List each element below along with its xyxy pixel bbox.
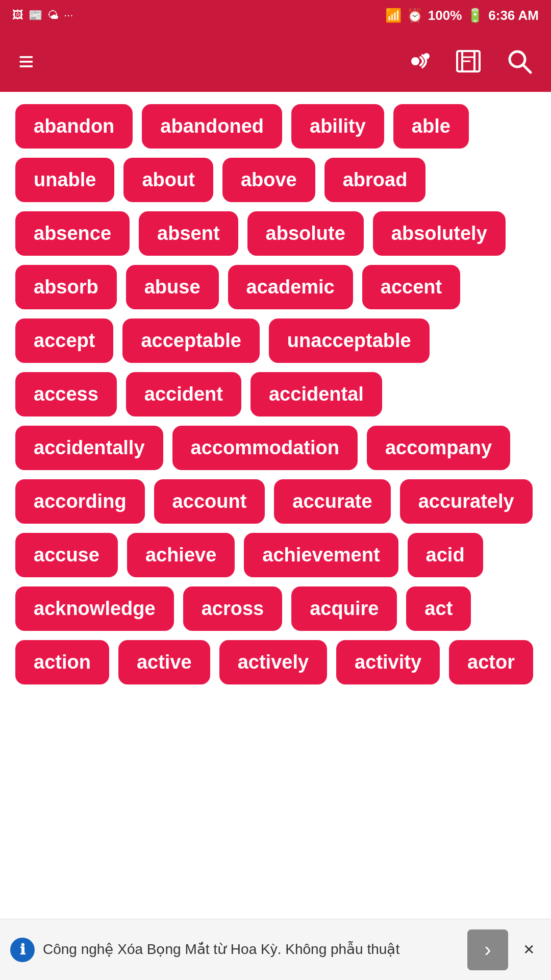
word-chip[interactable]: action [15,640,109,684]
word-chip[interactable]: according [15,479,145,524]
word-chip[interactable]: absolutely [373,211,506,256]
word-chip[interactable]: absolute [247,211,364,256]
word-grid: abandonabandonedabilityableunableaboutab… [0,92,551,695]
status-bar: 🖼 📰 🌤 ··· 📶 ⏰ 100% 🔋 6:36 AM [0,0,551,31]
weather-icon: 🌤 [47,9,59,22]
ad-banner: ℹ Công nghệ Xóa Bọng Mắt từ Hoa Kỳ. Khôn… [0,919,551,980]
word-chip[interactable]: accommodation [172,426,358,470]
image-icon: 🖼 [12,9,23,22]
svg-point-0 [411,57,419,65]
ad-arrow-button[interactable]: › [467,929,508,970]
word-chip[interactable]: achievement [244,533,398,577]
word-chip[interactable]: accuse [15,533,118,577]
word-chip[interactable]: about [123,158,213,202]
word-chip[interactable]: ability [291,104,384,149]
alarm-icon: ⏰ [407,8,423,23]
word-chip[interactable]: abandoned [142,104,282,149]
word-chip[interactable]: accidental [251,372,382,416]
word-chip[interactable]: acknowledge [15,586,174,631]
ad-text: Công nghệ Xóa Bọng Mắt từ Hoa Kỳ. Không … [43,940,459,959]
word-chip[interactable]: acceptable [122,318,259,363]
word-chip[interactable]: across [183,586,283,631]
word-chip[interactable]: active [118,640,210,684]
word-chip[interactable]: activity [336,640,440,684]
word-chip[interactable]: acquire [291,586,397,631]
ad-close-icon[interactable]: ✕ [516,938,541,962]
word-chip[interactable]: accurate [274,479,390,524]
word-chip[interactable]: actively [219,640,327,684]
speaker-icon[interactable] [404,48,431,75]
word-chip[interactable]: actor [449,640,533,684]
word-chip[interactable]: act [406,586,471,631]
word-chip[interactable]: account [154,479,265,524]
word-chip[interactable]: academic [228,265,353,309]
svg-point-1 [423,53,430,59]
status-right-info: 📶 ⏰ 100% 🔋 6:36 AM [385,8,539,23]
word-chip[interactable]: absorb [15,265,117,309]
word-chip[interactable]: acid [408,533,483,577]
more-icon: ··· [64,9,73,22]
word-chip[interactable]: accept [15,318,113,363]
word-chip[interactable]: accompany [367,426,510,470]
wifi-icon: 📶 [385,8,402,23]
word-chip[interactable]: abandon [15,104,133,149]
word-chip[interactable]: access [15,372,117,416]
word-chip[interactable]: accidentally [15,426,163,470]
word-chip[interactable]: accent [362,265,460,309]
search-icon[interactable] [506,48,533,75]
word-chip[interactable]: above [222,158,315,202]
word-chip[interactable]: accident [126,372,241,416]
word-chip[interactable]: absence [15,211,130,256]
word-chip[interactable]: achieve [127,533,235,577]
word-chip[interactable]: abroad [324,158,426,202]
word-chip[interactable]: unable [15,158,114,202]
word-chip[interactable]: absent [139,211,238,256]
word-chip[interactable]: able [393,104,469,149]
menu-icon[interactable]: ≡ [18,48,34,75]
flashcard-icon[interactable] [455,48,482,75]
word-chip[interactable]: abuse [126,265,219,309]
nav-bar: ≡ [0,31,551,92]
status-left-icons: 🖼 📰 🌤 ··· [12,9,73,22]
battery-text: 100% [428,8,462,23]
word-chip[interactable]: unacceptable [269,318,430,363]
ad-info-icon: ℹ [10,938,35,962]
flipboard-icon: 📰 [29,9,42,22]
time-text: 6:36 AM [488,8,539,23]
nav-right-icons [404,48,533,75]
word-chip[interactable]: accurately [400,479,533,524]
battery-icon: 🔋 [467,8,483,23]
svg-line-7 [523,65,531,72]
